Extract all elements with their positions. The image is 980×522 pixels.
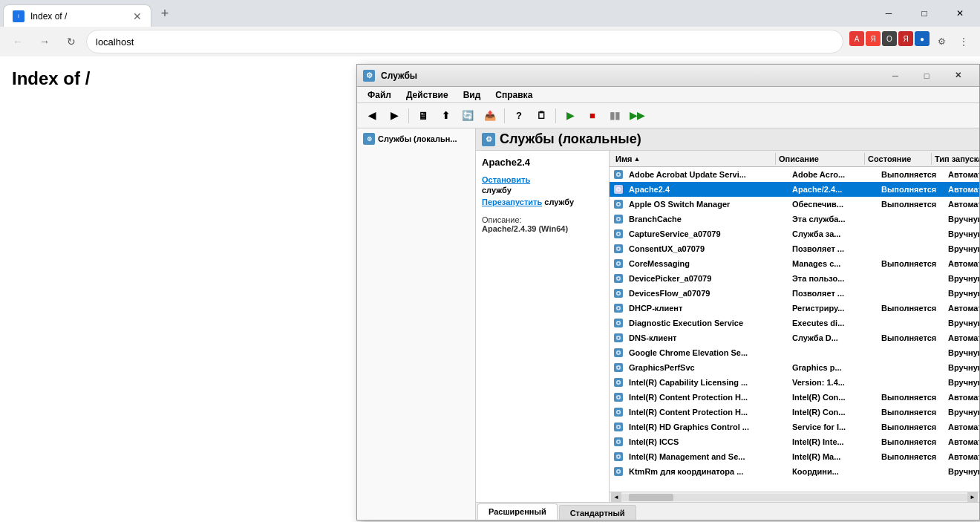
left-panel-item[interactable]: ⚙ Службы (локальн... — [360, 131, 472, 146]
table-row[interactable]: ConsentUX_a07079Позволяет ...Вручную — [610, 241, 979, 256]
svc-maximize-btn[interactable]: □ — [911, 65, 942, 87]
service-row-icon — [612, 376, 624, 388]
svc-minimize-btn[interactable]: ─ — [880, 65, 911, 87]
service-row-icon — [612, 332, 624, 344]
settings-icon[interactable]: ⚙ — [931, 31, 952, 52]
table-row[interactable]: Intel(R) Content Protection H...Intel(R)… — [610, 405, 979, 420]
hscroll-right-btn[interactable]: ► — [967, 492, 978, 503]
table-row[interactable]: KtmRm для координатора ...Координи...Вру… — [610, 464, 979, 479]
table-row[interactable]: CoreMessagingManages c...ВыполняетсяАвто… — [610, 256, 979, 271]
close-button[interactable]: ✕ — [943, 0, 977, 27]
svg-point-2 — [618, 173, 620, 175]
hscroll-left-btn[interactable]: ◄ — [611, 492, 621, 503]
toolbar-up-btn[interactable]: ⬆ — [435, 106, 456, 125]
table-row[interactable]: Intel(R) Capability Licensing ...Version… — [610, 375, 979, 390]
service-status-cell: Выполняется — [880, 437, 947, 446]
svg-point-23 — [618, 277, 620, 279]
more-icon[interactable]: ⋮ — [953, 31, 974, 52]
service-desc-cell: Служба за... — [791, 229, 880, 238]
service-name-cell: Apple OS Switch Manager — [627, 200, 791, 209]
forward-button[interactable]: → — [33, 30, 56, 53]
menu-action[interactable]: Действие — [399, 88, 456, 102]
table-row[interactable]: Adobe Acrobat Update Servi...Adobe Acro.… — [610, 167, 979, 182]
service-startup-cell: Вручную — [947, 289, 979, 298]
menu-view[interactable]: Вид — [456, 88, 489, 102]
service-row-icon — [612, 406, 624, 418]
table-row[interactable]: DevicePicker_a07079Эта пользо...Вручную — [610, 271, 979, 286]
svg-point-11 — [618, 218, 620, 220]
svg-point-44 — [618, 381, 620, 383]
toolbar-play-btn[interactable]: ▶ — [560, 106, 581, 125]
toolbar-pause-btn[interactable]: ▮▮ — [604, 106, 625, 125]
browser-tab[interactable]: i Index of / ✕ — [3, 4, 151, 27]
service-startup-cell: Вручную (ак... — [947, 319, 979, 327]
header-description[interactable]: Описание — [776, 153, 865, 165]
table-row[interactable]: Intel(R) Management and Se...Intel(R) Ma… — [610, 449, 979, 464]
service-name-cell: Intel(R) Management and Se... — [627, 452, 791, 461]
adblock-icon[interactable]: A — [849, 31, 864, 46]
header-startup[interactable]: Тип запуска — [932, 153, 979, 165]
table-row[interactable]: Google Chrome Elevation Se...Вручную — [610, 345, 979, 360]
restart-service-link[interactable]: Перезапустить — [482, 198, 542, 206]
header-status[interactable]: Состояние — [865, 153, 932, 165]
service-status-cell: Выполняется — [880, 170, 947, 179]
services-toolbar: ◀ ▶ 🖥 ⬆ 🔄 📤 ? 🗒 ▶ ■ ▮▮ ▶▶ — [357, 103, 979, 128]
toolbar-export-btn[interactable]: 📤 — [480, 106, 500, 125]
services-list-scroll[interactable]: Adobe Acrobat Update Servi...Adobe Acro.… — [610, 167, 979, 492]
table-row[interactable]: BranchCacheЭта служба...Вручную — [610, 212, 979, 226]
stop-service-link[interactable]: Остановить — [482, 175, 603, 184]
toolbar-forward-btn[interactable]: ▶ — [384, 106, 405, 125]
table-row[interactable]: Apple OS Switch ManagerОбеспечив...Выпол… — [610, 197, 979, 212]
toolbar-prop-btn[interactable]: 🗒 — [531, 106, 552, 125]
toolbar-computer-btn[interactable]: 🖥 — [413, 106, 434, 125]
address-input[interactable] — [86, 30, 843, 53]
svg-point-17 — [618, 247, 620, 249]
service-desc-cell: Graphics p... — [791, 363, 880, 372]
toolbar-separator-1 — [408, 108, 409, 123]
services-content: Apache2.4 Остановить службу Перезапустит… — [476, 151, 979, 502]
minimize-button[interactable]: ─ — [872, 0, 906, 27]
toolbar-help-btn[interactable]: ? — [509, 106, 529, 125]
yandex-icon[interactable]: Я — [866, 31, 881, 46]
opera-icon[interactable]: O — [882, 31, 897, 46]
table-row[interactable]: Apache2.4Apache/2.4...ВыполняетсяАвтомат… — [610, 182, 979, 197]
service-detail-panel: Apache2.4 Остановить службу Перезапустит… — [476, 151, 610, 502]
toolbar-back-btn[interactable]: ◀ — [362, 106, 382, 125]
back-button[interactable]: ← — [6, 30, 30, 53]
table-row[interactable]: Intel(R) HD Graphics Control ...Service … — [610, 420, 979, 434]
tab-standard[interactable]: Стандартный — [559, 505, 636, 520]
menu-file[interactable]: Файл — [360, 88, 399, 102]
table-row[interactable]: DHCP-клиентРегистриру...ВыполняетсяАвтом… — [610, 301, 979, 316]
yandex2-icon[interactable]: Я — [898, 31, 913, 46]
tab-close-btn[interactable]: ✕ — [133, 10, 142, 22]
service-name-cell: Google Chrome Elevation Se... — [627, 348, 791, 357]
table-row[interactable]: GraphicsPerfSvcGraphics p...Вручную (ак.… — [610, 360, 979, 375]
header-name[interactable]: Имя ▲ — [612, 153, 776, 165]
service-row-icon — [612, 466, 624, 477]
hscroll-thumb[interactable] — [629, 494, 673, 501]
service-desc-cell: Intel(R) Ma... — [791, 452, 880, 461]
svg-point-62 — [618, 470, 620, 472]
table-row[interactable]: Intel(R) ICCSIntel(R) Inte...Выполняется… — [610, 434, 979, 449]
refresh-button[interactable]: ↻ — [59, 30, 83, 53]
toolbar-resume-btn[interactable]: ▶▶ — [627, 106, 647, 125]
menu-help[interactable]: Справка — [488, 88, 540, 102]
ext-blue-icon[interactable]: ● — [915, 31, 930, 46]
horizontal-scrollbar[interactable]: ◄ ► — [610, 492, 979, 502]
maximize-button[interactable]: □ — [907, 0, 941, 27]
toolbar-refresh-btn[interactable]: 🔄 — [457, 106, 478, 125]
service-desc-cell: Служба D... — [791, 333, 880, 342]
new-tab-button[interactable]: + — [154, 3, 175, 24]
toolbar-stop-btn[interactable]: ■ — [582, 106, 603, 125]
table-row[interactable]: Intel(R) Content Protection H...Intel(R)… — [610, 390, 979, 405]
tab-extended[interactable]: Расширенный — [477, 503, 558, 520]
table-row[interactable]: DNS-клиентСлужба D...ВыполняетсяАвтомати… — [610, 330, 979, 345]
service-desc-cell: Обеспечив... — [791, 200, 880, 209]
service-startup-cell: Автоматичес... — [947, 304, 979, 313]
panel-header: ⚙ Службы (локальные) — [476, 128, 979, 151]
table-row[interactable]: Diagnostic Execution ServiceExecutes di.… — [610, 316, 979, 330]
table-row[interactable]: CaptureService_a07079Служба за...Вручную — [610, 226, 979, 241]
svc-close-btn[interactable]: ✕ — [942, 65, 973, 87]
toolbar-separator-2 — [504, 108, 505, 123]
table-row[interactable]: DevicesFlow_a07079Позволяет ...Вручную — [610, 286, 979, 301]
